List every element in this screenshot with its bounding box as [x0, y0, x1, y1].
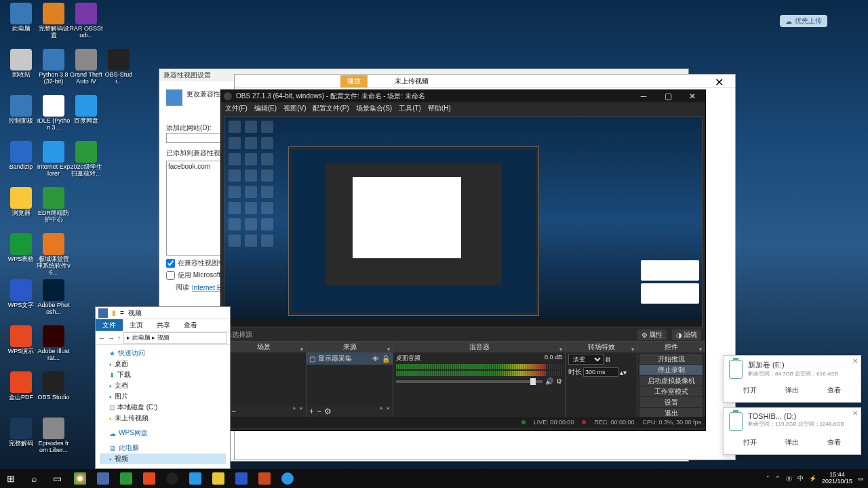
- ime-indicator[interactable]: 中: [797, 474, 804, 483]
- tree-local-disk-c[interactable]: ⊡本地磁盘 (C:): [100, 402, 226, 413]
- tree-documents[interactable]: ▪文档: [100, 380, 226, 391]
- menu-help[interactable]: 帮助(H): [428, 104, 451, 113]
- scenes-list[interactable]: [221, 352, 306, 406]
- taskbar-wps[interactable]: [138, 469, 160, 488]
- taskbar-app[interactable]: [184, 469, 206, 488]
- scene-up-button[interactable]: ˄: [292, 407, 296, 416]
- tree-unuploaded-video[interactable]: ▪未上传视频: [100, 413, 226, 424]
- desktop-icon[interactable]: OBS-Studi...: [102, 49, 136, 85]
- tree-desktop[interactable]: ▪桌面: [100, 359, 226, 369]
- taskbar-ie[interactable]: [277, 469, 298, 488]
- close-button[interactable]: ✕: [682, 92, 703, 101]
- maximize-button[interactable]: ▢: [658, 92, 678, 101]
- desktop-icon[interactable]: EDR终端防护中心: [37, 187, 71, 224]
- nav-back-button[interactable]: ←: [98, 334, 105, 342]
- stop-recording-button[interactable]: 停止录制: [639, 365, 703, 375]
- desktop-icon[interactable]: IDLE (Python 3...: [37, 95, 71, 131]
- menu-file[interactable]: 文件(F): [225, 104, 248, 113]
- tree-wps-cloud[interactable]: ☁WPS网盘: [100, 428, 226, 439]
- tray-icon[interactable]: ⌃: [775, 475, 781, 482]
- menu-edit[interactable]: 编辑(E): [254, 104, 277, 113]
- desktop-icon[interactable]: Internet Explorer: [37, 141, 71, 178]
- tree-pictures[interactable]: ▪图片: [100, 391, 226, 402]
- desktop-icon[interactable]: Episodes from Liber...: [37, 418, 71, 454]
- task-view-button[interactable]: ▭: [46, 469, 68, 488]
- tray-icon[interactable]: ㊊: [786, 474, 792, 483]
- usb-open-button[interactable]: 打开: [743, 386, 757, 395]
- close-icon[interactable]: ✕: [852, 409, 858, 417]
- obs-preview[interactable]: [224, 116, 703, 327]
- desktop-icon[interactable]: WPS文字: [4, 279, 38, 309]
- menu-profile[interactable]: 配置文件(P): [313, 104, 349, 113]
- tab-file[interactable]: 文件: [96, 319, 123, 331]
- desktop-icon[interactable]: Python 3.8 (32-bit): [37, 49, 71, 85]
- duration-input[interactable]: [583, 367, 618, 377]
- obs-titlebar[interactable]: OBS 27.1.3 (64-bit, windows) - 配置文件: 未命名…: [221, 90, 705, 102]
- lock-toggle[interactable]: 🔓: [382, 355, 390, 363]
- menu-tools[interactable]: 工具(T): [399, 104, 421, 113]
- tray-icon[interactable]: ⚡: [809, 475, 816, 482]
- taskbar-obs[interactable]: [161, 469, 183, 488]
- desktop-icon[interactable]: 回收站: [4, 49, 38, 79]
- desktop-icon[interactable]: WPS表格: [4, 233, 38, 263]
- taskbar-word[interactable]: [231, 469, 252, 488]
- remove-source-button[interactable]: −: [317, 407, 321, 416]
- desktop-icon[interactable]: 百度网盘: [69, 95, 103, 125]
- add-source-button[interactable]: +: [309, 407, 314, 416]
- studio-mode-button[interactable]: 工作室模式: [639, 386, 703, 396]
- transition-settings-button[interactable]: ⚙: [605, 356, 611, 363]
- notification-button[interactable]: ▭: [858, 475, 864, 482]
- desktop-icon[interactable]: Adobe Illustrat...: [37, 325, 71, 362]
- desktop-icon[interactable]: 此电脑: [4, 3, 38, 33]
- close-icon[interactable]: ✕: [852, 357, 858, 365]
- search-button[interactable]: ⌕: [23, 469, 45, 488]
- address-bar[interactable]: ▸ 此电脑 ▸ 视频: [123, 332, 227, 344]
- usb-view-button[interactable]: 查看: [827, 386, 841, 395]
- taskbar-clock[interactable]: 15:44 2021/10/15: [822, 472, 852, 485]
- desktop-icon[interactable]: 金山PDF: [4, 371, 38, 401]
- taskbar-explorer[interactable]: [208, 469, 229, 488]
- mute-button[interactable]: 🔊: [545, 378, 553, 385]
- source-up-button[interactable]: ˄: [379, 407, 383, 416]
- visibility-toggle[interactable]: 👁: [372, 355, 379, 363]
- remove-scene-button[interactable]: −: [231, 407, 236, 416]
- exit-button[interactable]: 退出: [639, 408, 703, 417]
- desktop-icon[interactable]: Grand Theft Auto IV: [69, 49, 103, 85]
- desktop-icon[interactable]: OBS Studio: [37, 371, 71, 401]
- close-button[interactable]: ✕: [705, 76, 732, 89]
- minimize-button[interactable]: ─: [633, 92, 654, 101]
- volume-slider[interactable]: [396, 380, 542, 383]
- nav-up-button[interactable]: ↑: [117, 334, 121, 342]
- desktop-icon[interactable]: Bandizip: [4, 141, 38, 171]
- desktop-icon[interactable]: 完整解码设置: [37, 3, 71, 39]
- properties-button[interactable]: ⚙属性: [637, 329, 667, 340]
- start-virtual-cam-button[interactable]: 启动虚拟摄像机: [639, 375, 703, 386]
- mixer-settings-button[interactable]: ⚙: [556, 378, 562, 385]
- tree-quick-access[interactable]: ★快速访问: [100, 348, 226, 359]
- usb-open-button[interactable]: 打开: [743, 438, 757, 447]
- tab-unuploaded[interactable]: 未上传视频: [388, 75, 435, 87]
- desktop-icon[interactable]: RAR OBSStudi...: [69, 3, 103, 39]
- tab-play[interactable]: 播放: [340, 75, 368, 87]
- desktop-icon[interactable]: 控制面板: [4, 95, 38, 125]
- taskbar-app[interactable]: [115, 469, 137, 488]
- tree-videos[interactable]: ▪视频: [100, 453, 226, 464]
- explorer-titlebar[interactable]: ▮ = 视频: [96, 307, 230, 319]
- intranet-checkbox[interactable]: [166, 259, 175, 268]
- desktop-icon[interactable]: 浏览器: [4, 187, 38, 217]
- desktop-icon[interactable]: 极域课堂管理系统软件v6...: [37, 233, 71, 277]
- menu-scene-collection[interactable]: 场景集合(S): [356, 104, 392, 113]
- scene-down-button[interactable]: ˅: [299, 407, 303, 416]
- source-settings-button[interactable]: ⚙: [324, 407, 332, 416]
- taskbar-app[interactable]: [92, 469, 114, 488]
- taskbar-chrome[interactable]: [69, 469, 91, 488]
- tree-this-pc[interactable]: 🖥此电脑: [100, 443, 226, 453]
- desktop-icon[interactable]: WPS演示: [4, 325, 38, 355]
- sources-list[interactable]: ▢ 显示器采集 👁 🔓: [307, 352, 393, 406]
- menu-view[interactable]: 视图(V): [283, 104, 306, 113]
- tab-view[interactable]: 查看: [177, 319, 204, 331]
- filters-button[interactable]: ◑滤镜: [672, 329, 701, 340]
- desktop-icon[interactable]: 2020级学生扫墓核对...: [69, 141, 103, 178]
- tab-home[interactable]: 主页: [123, 319, 150, 331]
- settings-button[interactable]: 设置: [639, 397, 703, 407]
